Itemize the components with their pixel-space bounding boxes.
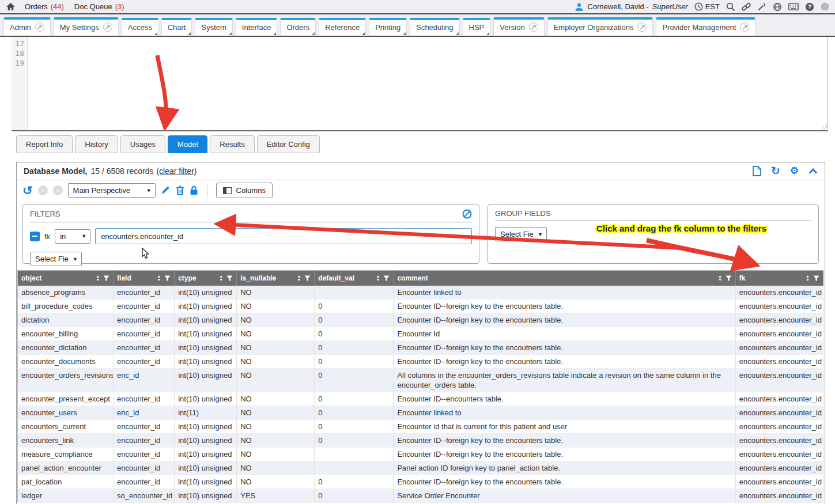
external-link-icon[interactable] bbox=[35, 22, 44, 32]
nav-tab-label: Scheduling bbox=[416, 23, 453, 32]
cell-is-nullable: NO bbox=[237, 286, 315, 300]
sort-icon[interactable]: ▲▼ bbox=[157, 275, 161, 282]
collapse-icon[interactable] bbox=[808, 168, 818, 174]
sql-editor[interactable]: 171819 bbox=[12, 37, 828, 131]
table-row[interactable]: encounter_billing encounter_id int(10) u… bbox=[18, 327, 823, 341]
cell-fk: encounters.encounter_id bbox=[735, 369, 823, 392]
table-row[interactable]: encounter_users enc_id int(11) NO 0 Enco… bbox=[18, 406, 823, 420]
user-menu[interactable]: Cornewell, David - SuperUser bbox=[575, 2, 687, 12]
nav-tab[interactable]: Employer Organizations bbox=[547, 17, 653, 36]
nav-tab[interactable]: Version bbox=[493, 17, 544, 36]
globe-icon[interactable] bbox=[773, 2, 782, 12]
perspective-select[interactable]: Main Perspective bbox=[68, 183, 156, 198]
nav-tab[interactable]: Chart bbox=[161, 18, 192, 36]
table-row[interactable]: pat_location encounter_id int(10) unsign… bbox=[18, 475, 823, 489]
column-header[interactable]: ctype ▲▼ bbox=[175, 271, 237, 286]
external-link-icon[interactable] bbox=[529, 22, 538, 32]
filter-funnel-icon[interactable] bbox=[813, 275, 819, 282]
clear-filters-icon[interactable] bbox=[462, 209, 472, 219]
lock-icon[interactable] bbox=[190, 185, 198, 195]
table-row[interactable]: encounters_link encounter_id int(10) uns… bbox=[18, 434, 823, 448]
filter-funnel-icon[interactable] bbox=[164, 275, 171, 282]
external-link-icon[interactable] bbox=[637, 22, 647, 32]
column-header[interactable]: fk ▲▼ bbox=[735, 271, 823, 286]
delete-trash-icon[interactable] bbox=[176, 185, 184, 195]
table-row[interactable]: encounters_current encounter_id int(10) … bbox=[18, 420, 823, 434]
add-filter-field-select[interactable]: Select Field bbox=[30, 252, 82, 266]
nav-tab[interactable]: Reference bbox=[319, 18, 366, 36]
nav-tab[interactable]: Orders bbox=[280, 18, 316, 36]
table-row[interactable]: encounter_orders_revisions enc_id int(10… bbox=[18, 369, 823, 392]
external-link-icon[interactable] bbox=[740, 22, 749, 32]
filter-funnel-icon[interactable] bbox=[226, 275, 233, 282]
view-tab[interactable]: History bbox=[75, 135, 118, 153]
nav-tab[interactable]: Access bbox=[122, 18, 158, 36]
nav-tab[interactable]: Admin bbox=[3, 17, 51, 36]
columns-button[interactable]: Columns bbox=[216, 183, 273, 198]
home-icon[interactable] bbox=[6, 2, 16, 11]
history-back-icon[interactable]: ‹ bbox=[38, 185, 48, 195]
link-icon[interactable] bbox=[742, 2, 751, 12]
view-tab[interactable]: Model bbox=[168, 135, 207, 153]
table-row[interactable]: ledger so_encounter_id int(10) unsigned … bbox=[18, 489, 823, 503]
keyboard-icon[interactable] bbox=[788, 3, 799, 10]
column-header[interactable]: field ▲▼ bbox=[114, 271, 175, 286]
timezone-control[interactable]: EST bbox=[694, 2, 720, 11]
nav-tab[interactable]: Scheduling bbox=[410, 18, 459, 36]
new-document-icon[interactable] bbox=[753, 166, 761, 176]
history-forward-icon[interactable]: › bbox=[53, 185, 63, 195]
filter-funnel-icon[interactable] bbox=[304, 275, 311, 282]
table-row[interactable]: encounter_documents encounter_id int(10)… bbox=[18, 355, 823, 369]
group-field-select[interactable]: Select Field bbox=[495, 227, 547, 241]
view-tab[interactable]: Usages bbox=[120, 135, 165, 153]
wand-icon[interactable] bbox=[757, 2, 766, 12]
filter-funnel-icon[interactable] bbox=[726, 275, 732, 282]
table-row[interactable]: measure_compliance encounter_id int(10) … bbox=[18, 448, 823, 461]
table-row[interactable]: bill_procedure_codes encounter_id int(10… bbox=[18, 300, 823, 313]
filter-funnel-icon[interactable] bbox=[103, 275, 109, 282]
view-tab[interactable]: Results bbox=[210, 135, 254, 153]
sort-icon[interactable]: ▲▼ bbox=[96, 275, 100, 282]
table-row[interactable]: encounter_present_except encounter_id in… bbox=[18, 392, 823, 406]
nav-tab[interactable]: Printing bbox=[369, 18, 407, 36]
top-menu-item[interactable]: Doc Queue (3) bbox=[74, 2, 124, 11]
combo-dropdown-icon[interactable]: ▼ bbox=[462, 234, 467, 240]
filter-value-input[interactable] bbox=[95, 228, 472, 244]
view-tab[interactable]: Editor Config bbox=[257, 135, 320, 153]
table-header-row: object ▲▼ field ▲▼ bbox=[18, 271, 823, 286]
table-row[interactable]: dictation encounter_id int(10) unsigned … bbox=[18, 313, 823, 327]
column-header[interactable]: comment ▲▼ bbox=[394, 271, 735, 286]
sort-icon[interactable]: ▲▼ bbox=[219, 275, 223, 282]
refresh-icon[interactable]: ↻ bbox=[771, 166, 780, 176]
cell-default-val: 0 bbox=[315, 406, 394, 420]
column-header[interactable]: object ▲▼ bbox=[18, 271, 114, 286]
nav-tab[interactable]: System bbox=[195, 18, 232, 36]
sort-icon[interactable]: ▲▼ bbox=[376, 275, 380, 282]
table-row[interactable]: absence_programs encounter_id int(10) un… bbox=[18, 286, 823, 300]
gear-icon[interactable]: ⚙ bbox=[790, 166, 799, 176]
clear-filter-link[interactable]: (clear filter) bbox=[156, 166, 197, 176]
undo-icon[interactable]: ↺ bbox=[22, 186, 33, 195]
table-row[interactable]: panel_action_encounter encounter_id int(… bbox=[18, 461, 823, 475]
search-icon[interactable] bbox=[726, 2, 735, 12]
nav-tab[interactable]: Interface bbox=[236, 18, 278, 36]
top-menu-item[interactable]: Orders (44) bbox=[25, 2, 64, 11]
filter-operator-select[interactable]: in bbox=[55, 229, 90, 244]
cell-ctype: int(10) unsigned bbox=[175, 327, 237, 341]
table-row[interactable]: encounter_dictation encounter_id int(10)… bbox=[18, 341, 823, 355]
remove-filter-button[interactable] bbox=[30, 232, 40, 241]
sort-icon[interactable]: ▲▼ bbox=[718, 275, 722, 282]
help-icon[interactable]: ? bbox=[805, 2, 814, 12]
nav-tab[interactable]: HSP bbox=[463, 18, 491, 36]
nav-tab[interactable]: My Settings bbox=[54, 17, 119, 36]
sort-icon[interactable]: ▲▼ bbox=[806, 275, 810, 282]
sort-icon[interactable]: ▲▼ bbox=[297, 275, 301, 282]
nav-tab[interactable]: Provider Management bbox=[656, 17, 755, 36]
column-header[interactable]: is_nullable ▲▼ bbox=[237, 271, 315, 286]
cell-comment: Encounter ID--foreign key to the encount… bbox=[394, 313, 735, 327]
view-tab[interactable]: Report Info bbox=[16, 135, 73, 153]
filter-funnel-icon[interactable] bbox=[383, 275, 390, 282]
external-link-icon[interactable] bbox=[103, 22, 112, 32]
edit-pencil-icon[interactable] bbox=[161, 185, 171, 195]
column-header[interactable]: default_val ▲▼ bbox=[315, 271, 394, 286]
